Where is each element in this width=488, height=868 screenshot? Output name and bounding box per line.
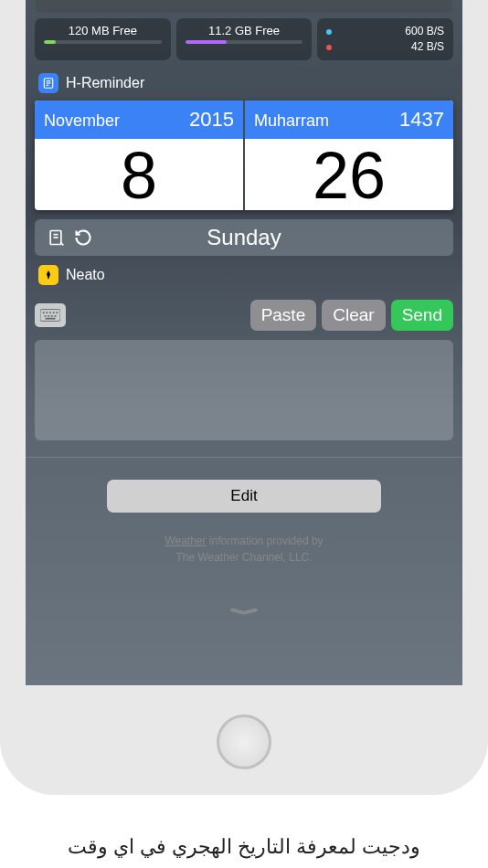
memory-label: 120 MB Free [44, 24, 162, 37]
send-button[interactable]: Send [391, 300, 453, 331]
svg-rect-15 [48, 315, 49, 317]
hijri-day: 26 [245, 139, 453, 210]
gregorian-calendar[interactable]: November 2015 8 [35, 101, 243, 210]
svg-rect-13 [56, 312, 58, 313]
network-stat[interactable]: 600 B/S 42 B/S [317, 18, 453, 60]
hreminder-app-icon [38, 73, 58, 93]
neato-textarea[interactable] [35, 340, 453, 440]
download-dot-icon [326, 29, 332, 35]
neato-body: Paste Clear Send [35, 300, 453, 440]
system-stats-row: 120 MB Free 11.2 GB Free 600 B/S 42 B/S [26, 13, 462, 64]
greg-year: 2015 [189, 108, 234, 132]
keyboard-icon[interactable] [35, 303, 66, 327]
svg-rect-11 [49, 312, 51, 313]
net-down-row: 600 B/S [326, 24, 444, 39]
neato-toolbar: Paste Clear Send [35, 300, 453, 331]
svg-rect-10 [46, 312, 48, 313]
hijri-year: 1437 [399, 108, 444, 132]
hreminder-title: H-Reminder [66, 75, 144, 91]
net-up-value: 42 B/S [411, 39, 444, 55]
neato-app-icon [38, 265, 58, 285]
disk-bar [186, 40, 303, 44]
hijri-month: Muharram [254, 111, 329, 131]
neato-title: Neato [66, 267, 105, 283]
top-widget-cut [36, 0, 452, 13]
hijri-calendar[interactable]: Muharram 1437 26 [245, 101, 453, 210]
weather-link[interactable]: Weather [164, 535, 206, 547]
divider [26, 457, 462, 458]
refresh-icon[interactable] [69, 228, 97, 247]
svg-rect-9 [43, 312, 45, 313]
net-down-value: 600 B/S [405, 24, 444, 39]
svg-rect-16 [51, 315, 53, 317]
net-up-row: 42 B/S [326, 39, 444, 55]
memory-bar [44, 40, 162, 44]
memory-stat[interactable]: 120 MB Free [35, 18, 171, 60]
hreminder-header: H-Reminder [26, 64, 462, 101]
svg-rect-18 [46, 317, 56, 319]
chevron-up-icon[interactable] [230, 609, 258, 617]
footer-attribution: Weather information provided by The Weat… [26, 533, 462, 566]
home-button[interactable] [217, 715, 271, 769]
edit-button[interactable]: Edit [107, 480, 381, 513]
weekday-bar: Sunday [35, 219, 453, 256]
svg-rect-17 [55, 315, 57, 317]
marketing-caption: ودجيت لمعرفة التاريخ الهجري في اي وقت [0, 835, 488, 859]
neato-header: Neato [26, 256, 462, 292]
disk-label: 11.2 GB Free [186, 24, 303, 37]
svg-rect-12 [53, 312, 55, 313]
weekday-label: Sunday [97, 225, 446, 250]
upload-dot-icon [326, 45, 332, 50]
greg-month: November [44, 111, 120, 131]
calendar-container: November 2015 8 Muharram 1437 26 [35, 101, 453, 210]
clear-button[interactable]: Clear [322, 300, 385, 331]
paste-button[interactable]: Paste [250, 300, 317, 331]
greg-day: 8 [35, 139, 243, 210]
svg-rect-14 [45, 315, 47, 317]
notification-center-screen: 120 MB Free 11.2 GB Free 600 B/S 42 B/S [26, 0, 462, 685]
phone-frame: 120 MB Free 11.2 GB Free 600 B/S 42 B/S [0, 0, 488, 795]
disk-stat[interactable]: 11.2 GB Free [176, 18, 313, 60]
note-icon[interactable] [42, 228, 69, 247]
